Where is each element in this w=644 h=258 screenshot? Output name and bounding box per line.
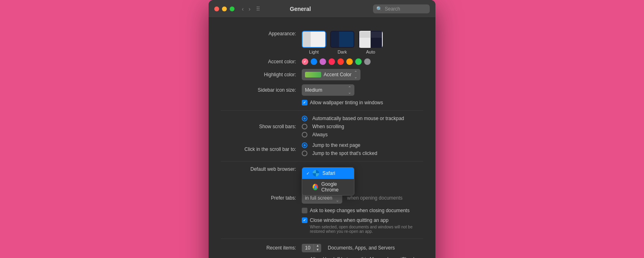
close-windows-label: Close windows when quitting an app [310,217,388,223]
recent-items-suffix: Documents, Apps, and Servers [328,245,395,251]
sidebar-icon-size-value: Medium [305,87,322,93]
auto-label: Auto [366,49,375,54]
accent-color-label: Accent color: [221,59,302,64]
prefer-tabs-value: in full screen [305,195,332,201]
default-browser-label: Default web browser: [221,166,302,172]
scroll-bars-options: Automatically based on mouse or trackpad… [302,116,404,138]
scroll-section: Show scroll bars: Automatically based on… [221,111,423,161]
wallpaper-tinting-label: Allow wallpaper tinting in windows [310,100,383,105]
stepper-up-icon[interactable]: ▲ [314,244,321,248]
show-scroll-bars-row: Show scroll bars: Automatically based on… [221,116,423,138]
highlight-color-value: Accent Color [324,72,352,77]
safari-checkmark: ✓ [306,171,309,176]
scroll-always-row: Always [302,132,404,138]
default-browser-row: Default web browser: ✓ Safari ✓ G [221,166,423,172]
dark-thumb[interactable] [330,31,354,48]
light-thumb[interactable] [302,31,326,48]
prefer-tabs-suffix: when opening documents [347,195,403,201]
close-windows-group: ✓ Close windows when quitting an app Whe… [302,217,423,234]
light-label: Light [309,49,319,54]
click-scroll-bar-row: Click in the scroll bar to: Jump to the … [221,142,423,156]
click-spot-radio[interactable] [302,150,307,156]
recent-items-stepper[interactable]: 10 ▲ ▼ [302,244,321,252]
safari-label: Safari [322,170,335,176]
ask-keep-changes-row: Ask to keep changes when closing documen… [221,208,423,213]
sidebar-icon-size-dropdown[interactable]: Medium ⌃⌄ [302,84,354,96]
search-icon: 🔍 [376,6,382,12]
auto-thumb[interactable] [358,31,383,48]
recent-items-controls: 10 ▲ ▼ Documents, Apps, and Servers [302,244,395,252]
recent-items-section: Recent items: 10 ▲ ▼ Documents, Apps, an… [221,239,423,258]
prefer-tabs-label: Prefer tabs: [221,195,302,201]
ask-keep-label: Ask to keep changes when closing documen… [310,208,409,213]
accent-orange[interactable] [346,58,353,65]
accent-preview [305,72,321,77]
ask-keep-checkbox[interactable] [302,208,307,213]
accent-purple[interactable] [320,58,326,65]
close-windows-checkbox-row: ✓ Close windows when quitting an app [302,217,423,223]
close-windows-note: When selected, open documents and window… [302,225,423,234]
close-windows-checkbox[interactable]: ✓ [302,217,307,223]
scroll-always-label: Always [312,132,328,138]
handoff-checkbox-row: ✓ Allow Handoff between this Mac and you… [302,256,423,258]
appearance-label: Appearance: [221,31,302,37]
sidebar-icon-size-row: Sidebar icon size: Medium ⌃⌄ [221,84,423,96]
highlight-color-label: Highlight color: [221,72,302,77]
stepper-arrows[interactable]: ▲ ▼ [314,244,321,252]
highlight-color-dropdown[interactable]: Accent Color ⌃⌄ [302,69,360,80]
settings-window: ‹ › ⠿ General 🔍 Appearance: [209,0,435,258]
accent-red[interactable] [337,58,344,65]
click-spot-row: Jump to the spot that's clicked [302,150,377,156]
click-scroll-bar-label: Click in the scroll bar to: [221,146,302,152]
recent-items-row: Recent items: 10 ▲ ▼ Documents, Apps, an… [221,244,423,252]
content-wrapper: Appearance: Light [209,18,435,258]
appearance-option-dark[interactable]: Dark [330,31,354,54]
search-input[interactable] [385,6,425,12]
stepper-down-icon[interactable]: ▼ [314,248,321,252]
checkmark-icon: ✓ [303,101,306,105]
scroll-auto-radio[interactable] [302,116,307,121]
search-bar[interactable]: 🔍 [373,4,430,13]
accent-multicolor[interactable] [302,58,308,65]
chrome-label: Google Chrome [321,181,350,193]
appearance-option-auto[interactable]: Auto [358,31,383,54]
chrome-icon [313,184,318,190]
accent-blue[interactable] [311,58,317,65]
content-area: Appearance: Light [209,18,435,258]
safari-option[interactable]: ✓ Safari [302,168,354,179]
handoff-label: Allow Handoff between this Mac and your … [310,256,423,258]
accent-color-row: Accent color: [221,58,423,65]
appearance-option-light[interactable]: Light [302,31,326,54]
safari-icon [313,170,319,176]
browser-section: Default web browser: ✓ Safari ✓ G [221,161,423,239]
wallpaper-tinting-row: ✓ Allow wallpaper tinting in windows [221,100,423,105]
click-next-page-label: Jump to the next page [312,142,360,148]
close-button[interactable] [214,6,219,11]
accent-green[interactable] [355,58,362,65]
click-scroll-options: Jump to the next page Jump to the spot t… [302,142,377,156]
chrome-option[interactable]: ✓ Google Chrome [302,179,354,195]
show-scroll-bars-label: Show scroll bars: [221,124,302,129]
close-windows-row: ✓ Close windows when quitting an app Whe… [221,217,423,234]
scroll-scrolling-radio[interactable] [302,124,307,129]
dark-label: Dark [337,49,347,54]
appearance-options: Light Dark [302,31,383,54]
radio-inner [303,117,306,120]
scroll-scrolling-row: When scrolling [302,124,404,129]
wallpaper-tinting-checkbox[interactable]: ✓ [302,100,307,105]
scroll-scrolling-label: When scrolling [312,124,344,129]
wallpaper-checkbox-row: ✓ Allow wallpaper tinting in windows [302,100,383,105]
radio-inner2 [303,144,306,146]
accent-colors [302,58,371,65]
minimize-button[interactable] [222,6,227,11]
scroll-auto-row: Automatically based on mouse or trackpad [302,116,404,121]
checkmark-icon2: ✓ [303,218,306,222]
accent-graphite[interactable] [364,58,371,65]
click-next-page-radio[interactable] [302,142,307,148]
browser-dropdown-menu[interactable]: ✓ Safari ✓ Google Chrome [302,167,354,196]
click-next-page-row: Jump to the next page [302,142,377,148]
scroll-always-radio[interactable] [302,132,307,138]
dropdown-arrow-icon2: ⌃⌄ [348,86,351,95]
window-title: General [228,6,373,12]
accent-pink[interactable] [328,58,335,65]
